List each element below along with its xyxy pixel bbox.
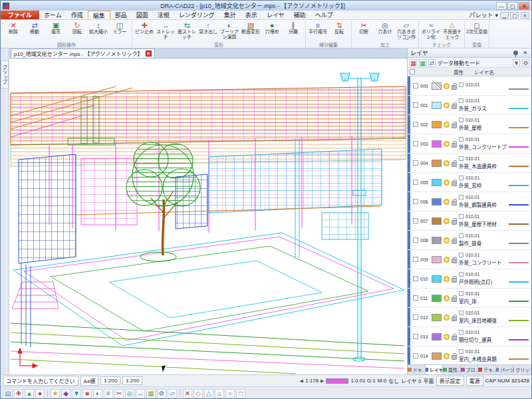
layer-row[interactable]: 000010.01 (408, 76, 531, 96)
layer-row[interactable]: 007010.01外装_屋根下地材 (408, 211, 531, 231)
contrast-icon[interactable]: ◐ (93, 389, 102, 398)
drawing-canvas[interactable] (9, 59, 407, 374)
linetype-indicator[interactable]: なし (388, 377, 399, 384)
document-icon[interactable]: ▤ (3, 389, 13, 398)
lock-icon[interactable] (452, 278, 457, 283)
menu-item-図面[interactable]: 図面 (132, 11, 153, 19)
menu-item-部品[interactable]: 部品 (110, 11, 132, 19)
panel-close-icon[interactable]: ✕ (521, 50, 529, 56)
layer-color-swatch[interactable] (432, 256, 442, 263)
visibility-bulb-icon[interactable] (444, 180, 450, 186)
menu-item-表示[interactable]: 表示 (241, 11, 262, 19)
document-tab[interactable]: p10_地域文化センター.mps - 【アクソノメトリック】 ✕ (11, 49, 155, 58)
lock-icon[interactable] (452, 336, 457, 340)
menu-item-法規[interactable]: 法規 (153, 11, 174, 19)
triangle-icon[interactable]: △ (204, 389, 213, 398)
ribbon-button-拡大縮小[interactable]: ↕拡大縮小 (88, 21, 109, 35)
attribute-checkbox[interactable] (459, 349, 464, 354)
view-mode-indicator[interactable]: 平面 (424, 377, 434, 384)
menu-item-ヘルプ[interactable]: ヘルプ (311, 11, 338, 19)
attribute-checkbox[interactable] (459, 176, 464, 180)
lock-icon[interactable] (452, 124, 457, 128)
visibility-bulb-icon[interactable] (444, 102, 450, 108)
visibility-bulb-icon[interactable] (444, 353, 450, 359)
palette-dropdown-icon[interactable]: ▾ (495, 12, 498, 19)
layer-move-icon[interactable]: ⇄ (428, 59, 436, 66)
lock-icon[interactable] (452, 104, 457, 109)
layer-checkbox[interactable] (413, 295, 418, 301)
lock-icon[interactable] (452, 259, 457, 263)
layer-color-swatch[interactable] (432, 237, 442, 244)
layer-checkbox[interactable] (413, 237, 418, 243)
lock-icon[interactable] (452, 355, 457, 360)
layer-row[interactable]: 014010.01室内_木桟金具類 (408, 346, 531, 364)
layer-checkbox[interactable] (413, 180, 418, 185)
layer-color-swatch[interactable] (432, 160, 442, 167)
panel-tab-クリップ[interactable]: クリップ (513, 365, 531, 374)
minimize-button[interactable]: — (496, 2, 507, 10)
view-scale[interactable]: 1:200 (122, 376, 142, 385)
close-button[interactable]: ✕ (519, 2, 529, 10)
doc-restore-button[interactable]: ▢ (510, 12, 519, 19)
layer-color-swatch[interactable] (432, 102, 442, 109)
panel-tab-レイヤ[interactable]: レイヤ (426, 365, 444, 374)
snap-icon[interactable]: ▲ (25, 389, 34, 398)
ribbon-button-2次元変換[interactable]: ◻2次元変換 (466, 21, 487, 35)
visibility-bulb-icon[interactable] (444, 315, 450, 321)
visibility-bulb-icon[interactable] (444, 276, 450, 282)
down-icon[interactable]: ▼ (72, 389, 81, 398)
attribute-checkbox[interactable] (459, 291, 464, 296)
panel-tab-ドキ..[interactable]: ドキ.. (408, 365, 426, 374)
gear-icon[interactable]: ⚙ (157, 389, 166, 398)
layer-row[interactable]: 004010.01外装_木造建具枠 (408, 154, 531, 173)
add-icon[interactable]: ✚ (14, 389, 23, 398)
ribbon-button-複写[interactable]: ▣複写 (45, 21, 66, 35)
layer-checkbox[interactable] (413, 83, 418, 88)
ribbon-button-穴あけ[interactable]: ◎穴あけ (374, 21, 396, 35)
layer-color-swatch[interactable] (432, 333, 442, 340)
layer-checkbox[interactable] (413, 122, 418, 127)
visibility-bulb-icon[interactable] (444, 122, 450, 128)
ribbon-button-穴あきポリゴン作成[interactable]: ▱穴あきポリゴン作成 (396, 21, 417, 41)
attribute-checkbox[interactable] (459, 156, 464, 161)
layer-row[interactable]: 012010.01室内_床目地補強 (408, 308, 531, 327)
record-icon[interactable]: ● (35, 389, 45, 398)
panel-tab-テキ..[interactable]: テキ.. (478, 365, 496, 374)
doc-minimize-button[interactable]: ▁ (500, 12, 509, 19)
drawing-scale[interactable]: 1:200 (100, 376, 120, 385)
power-indicator[interactable]: 電源 (466, 376, 483, 386)
layer-color-swatch[interactable] (432, 352, 442, 360)
visibility-bulb-icon[interactable] (444, 218, 450, 224)
home-icon[interactable]: ⌂ (215, 389, 224, 398)
paper-size[interactable]: A4横 (80, 376, 99, 386)
layer-row[interactable]: 002010.01外装_屋根 (408, 115, 531, 134)
lock-icon[interactable] (452, 162, 457, 167)
layer-row[interactable]: 011010.01室内_床 (408, 289, 531, 308)
layer-color-swatch[interactable] (432, 82, 442, 90)
menu-item-集計[interactable]: 集計 (219, 11, 241, 19)
layer-row[interactable]: 001010.01外装_ガラス (408, 96, 531, 115)
lock-icon[interactable] (452, 317, 457, 321)
attribute-checkbox[interactable] (459, 214, 464, 219)
layer-row[interactable]: 005010.01外装_窓枠 (408, 173, 531, 192)
maximize-button[interactable]: ▢ (507, 2, 518, 10)
panel-tab-属性..[interactable]: 属性.. (443, 365, 461, 374)
lines-icon[interactable]: ≡ (104, 389, 113, 398)
box-icon[interactable]: □ (236, 389, 245, 398)
lock-icon[interactable] (452, 182, 457, 186)
layer-row[interactable]: 013010.01間仕切り_建具 (408, 327, 531, 346)
command-prompt[interactable]: コマンドを入力してください (3, 376, 78, 386)
layer-checkbox[interactable] (413, 334, 418, 339)
layer-color-swatch[interactable] (432, 295, 442, 302)
visibility-bulb-icon[interactable] (444, 237, 450, 243)
target-icon[interactable]: ◎ (125, 389, 134, 398)
ribbon-button-削除[interactable]: ✕削除 (3, 21, 24, 35)
square-icon[interactable]: ■ (82, 389, 92, 398)
attribute-checkbox[interactable] (459, 82, 464, 87)
ribbon-button-反転[interactable]: ⇅反転 (329, 21, 350, 35)
palette-menu[interactable]: パレット (469, 11, 493, 19)
cad-drawing[interactable] (9, 59, 407, 374)
ribbon-button-ポリライン化[interactable]: ≈ポリライン化 (420, 21, 442, 40)
layer-color-swatch[interactable] (432, 275, 442, 283)
diamond-icon[interactable]: ◆ (61, 389, 70, 398)
